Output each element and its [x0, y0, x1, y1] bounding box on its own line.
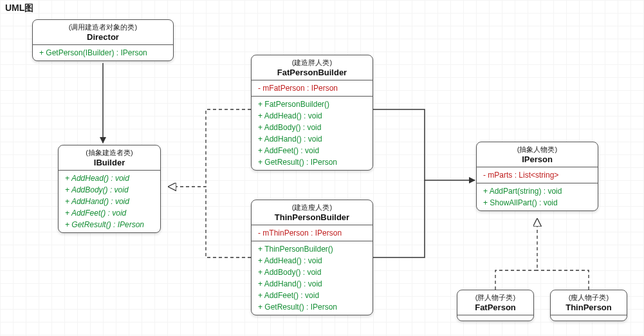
fatbuilder-m6: + GetResult() : IPerson	[258, 156, 366, 168]
thinbuilder-m6: + GetResult() : IPerson	[258, 301, 366, 313]
iperson-m2: + ShowAllPart() : void	[483, 197, 591, 209]
iperson-stereo: (抽象人物类)	[483, 145, 591, 154]
ibuilder-method-2: + AddBody() : void	[65, 184, 154, 196]
class-director: (调用建造者对象的类) Director + GetPerson(IBuilde…	[32, 19, 174, 61]
rel-thinperson-iperson	[537, 270, 589, 290]
fatbuilder-m3: + AddBody() : void	[258, 122, 366, 133]
rel-thinbuilder-iperson	[373, 180, 425, 257]
fatbuilder-m5: + AddFeet() : void	[258, 145, 366, 156]
class-ibuilder: (抽象建造者类) IBuilder + AddHead() : void + A…	[58, 145, 161, 233]
rel-thinbuilder-ibuilder	[206, 187, 251, 257]
rel-fatperson-iperson	[495, 219, 537, 290]
ibuilder-stereo: (抽象建造者类)	[65, 148, 154, 158]
director-stereo: (调用建造者对象的类)	[39, 23, 167, 32]
iperson-field: - mParts : List<string>	[483, 169, 591, 181]
thinbuilder-m1: + ThinPersonBuilder()	[258, 243, 366, 255]
class-thinpersonbuilder: (建造瘦人类) ThinPersonBuilder - mThinPerson …	[251, 200, 373, 315]
rel-fatbuilder-ibuilder	[169, 109, 251, 187]
fatbuilder-m4: + AddHand() : void	[258, 133, 366, 145]
thinperson-name: ThinPerson	[557, 303, 620, 312]
fatbuilder-field: - mFatPerson : IPerson	[258, 82, 366, 94]
class-thinperson: (瘦人物子类) ThinPerson	[550, 290, 627, 321]
fatbuilder-stereo: (建造胖人类)	[258, 58, 366, 68]
ibuilder-method-3: + AddHand() : void	[65, 196, 154, 207]
thinbuilder-m2: + AddHead() : void	[258, 255, 366, 266]
fatbuilder-m2: + AddHead() : void	[258, 110, 366, 122]
thinbuilder-field: - mThinPerson : IPerson	[258, 227, 366, 239]
diagram-title: UML图	[5, 3, 33, 14]
class-iperson: (抽象人物类) IPerson - mParts : List<string> …	[476, 142, 598, 211]
ibuilder-method-1: + AddHead() : void	[65, 173, 154, 184]
thinbuilder-name: ThinPersonBuilder	[258, 212, 366, 222]
ibuilder-method-4: + AddFeet() : void	[65, 207, 154, 219]
iperson-m1: + AddPart(string) : void	[483, 185, 591, 197]
director-name: Director	[39, 32, 167, 42]
fatbuilder-name: FatPersonBuilder	[258, 68, 366, 77]
thinbuilder-stereo: (建造瘦人类)	[258, 203, 366, 212]
class-fatpersonbuilder: (建造胖人类) FatPersonBuilder - mFatPerson : …	[251, 55, 373, 171]
rel-fatbuilder-iperson	[373, 109, 475, 180]
ibuilder-method-5: + GetResult() : IPerson	[65, 219, 154, 230]
thinbuilder-m5: + AddFeet() : void	[258, 290, 366, 301]
thinbuilder-m3: + AddBody() : void	[258, 266, 366, 278]
class-fatperson: (胖人物子类) FatPerson	[457, 290, 534, 321]
thinbuilder-m4: + AddHand() : void	[258, 278, 366, 290]
fatbuilder-m1: + FatPersonBuilder()	[258, 98, 366, 110]
director-method: + GetPerson(IBuilder) : IPerson	[39, 47, 167, 59]
fatperson-stereo: (胖人物子类)	[464, 293, 527, 303]
iperson-name: IPerson	[483, 154, 591, 164]
fatperson-name: FatPerson	[464, 303, 527, 312]
ibuilder-name: IBuilder	[65, 158, 154, 167]
thinperson-stereo: (瘦人物子类)	[557, 293, 620, 303]
